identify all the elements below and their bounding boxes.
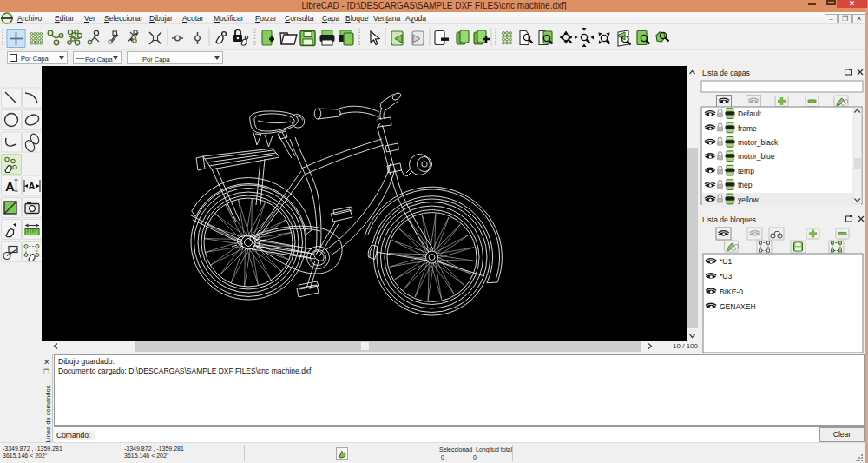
svg-text:motor_blue: motor_blue <box>738 152 775 161</box>
svg-text:thep: thep <box>738 181 753 189</box>
svg-text:GENAXEH: GENAXEH <box>720 302 756 311</box>
svg-text:frame: frame <box>738 124 757 133</box>
svg-text:A: A <box>5 179 15 194</box>
svg-text:*U3: *U3 <box>720 272 732 281</box>
svg-text:Lista de capas: Lista de capas <box>702 69 750 77</box>
svg-text:yellow: yellow <box>738 195 759 204</box>
svg-text:A: A <box>29 181 36 191</box>
svg-text:*U1: *U1 <box>720 257 732 266</box>
svg-text:BIKE-0: BIKE-0 <box>720 288 743 296</box>
svg-text:Lista de bloques: Lista de bloques <box>702 215 756 224</box>
svg-text:temp: temp <box>738 167 754 175</box>
svg-text:Default: Default <box>738 109 762 118</box>
svg-text:motor_black: motor_black <box>738 138 779 147</box>
